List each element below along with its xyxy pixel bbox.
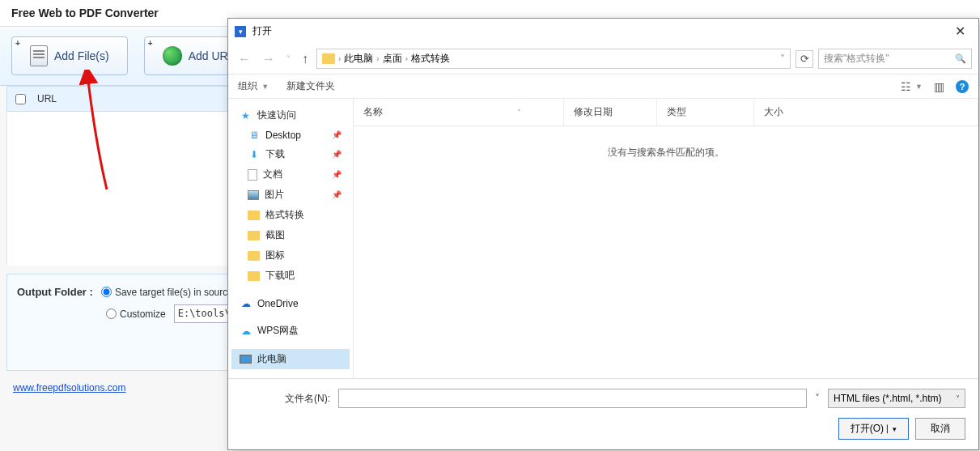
plus-icon: + <box>15 39 20 48</box>
sort-asc-icon: ˄ <box>517 108 521 117</box>
nav-downloads[interactable]: ⬇下载📌 <box>231 144 350 164</box>
chevron-right-icon: › <box>338 54 341 63</box>
nav-folder-jietu[interactable]: 截图 <box>231 225 350 245</box>
nav-forward-icon[interactable]: → <box>259 52 278 66</box>
dialog-navbar: ← → ˅ ↑ › 此电脑 › 桌面 › 格式转换 ˅ ⟳ 搜索"格式转换" <box>228 44 978 74</box>
document-icon <box>248 169 257 181</box>
folder-icon <box>248 211 260 220</box>
view-options-button[interactable]: ☷ ▼ <box>901 80 923 93</box>
refresh-icon[interactable]: ⟳ <box>795 50 813 68</box>
nav-onedrive[interactable]: ☁OneDrive <box>231 294 350 313</box>
picture-icon <box>248 190 259 200</box>
nav-up-icon[interactable]: ↑ <box>299 52 312 66</box>
pin-icon: 📌 <box>332 190 342 199</box>
dialog-footer: 文件名(N): ˅ HTML files (*.html, *.htm) ˅ 打… <box>228 378 978 449</box>
folder-icon <box>248 231 260 240</box>
plus-icon: + <box>148 39 153 48</box>
cancel-button[interactable]: 取消 <box>915 418 965 440</box>
pin-icon: 📌 <box>332 170 342 179</box>
folder-icon <box>248 251 260 261</box>
dialog-titlebar: ▾ 打开 ✕ <box>228 19 978 44</box>
filter-label: HTML files (*.html, *.htm) <box>834 393 942 404</box>
website-link[interactable]: www.freepdfsolutions.com <box>13 382 125 394</box>
select-all-checkbox[interactable] <box>15 94 26 104</box>
file-open-dialog: ▾ 打开 ✕ ← → ˅ ↑ › 此电脑 › 桌面 › 格式转换 ˅ ⟳ 搜索"… <box>227 18 979 450</box>
document-icon <box>30 45 48 66</box>
help-icon[interactable]: ? <box>956 80 969 93</box>
filename-label: 文件名(N): <box>241 392 330 406</box>
chevron-right-icon: › <box>405 54 408 63</box>
open-button[interactable]: 打开(O) ▏▾ <box>838 418 909 440</box>
chevron-down-icon: ˅ <box>956 394 960 403</box>
download-icon: ⬇ <box>248 148 260 160</box>
nav-desktop[interactable]: 🖥Desktop📌 <box>231 126 350 144</box>
nav-documents[interactable]: 文档📌 <box>231 164 350 185</box>
nav-quick-access[interactable]: ★快速访问 <box>231 105 350 126</box>
chevron-down-icon[interactable]: ˅ <box>815 393 820 404</box>
nav-tree: ★快速访问 🖥Desktop📌 ⬇下载📌 文档📌 图片📌 格式转换 截图 图标 … <box>228 99 354 378</box>
breadcrumb-seg[interactable]: 此电脑 <box>344 52 373 66</box>
nav-wps[interactable]: ☁WPS网盘 <box>231 321 350 341</box>
add-files-button[interactable]: + Add File(s) <box>11 36 128 75</box>
nav-back-icon[interactable]: ← <box>235 52 254 66</box>
chevron-right-icon: › <box>376 54 379 63</box>
customize-radio[interactable]: Customize <box>106 308 166 320</box>
nav-folder-tubiao[interactable]: 图标 <box>231 245 350 266</box>
chevron-down-icon: ▼ <box>261 83 269 91</box>
breadcrumb-seg[interactable]: 桌面 <box>383 52 402 66</box>
monitor-icon <box>240 355 252 364</box>
add-files-label: Add File(s) <box>54 49 109 62</box>
nav-this-pc[interactable]: 此电脑 <box>231 349 350 369</box>
dialog-title: 打开 <box>252 24 272 38</box>
col-size[interactable]: 大小 <box>754 99 978 126</box>
breadcrumb[interactable]: › 此电脑 › 桌面 › 格式转换 ˅ <box>316 49 791 69</box>
search-input[interactable]: 搜索"格式转换" <box>818 49 972 69</box>
folder-icon <box>248 271 260 281</box>
nav-recent-icon[interactable]: ˅ <box>283 54 294 63</box>
chevron-down-icon[interactable]: ˅ <box>780 53 785 65</box>
new-folder-button[interactable]: 新建文件夹 <box>286 79 335 93</box>
globe-icon <box>163 46 182 66</box>
star-icon: ★ <box>240 109 252 121</box>
file-type-filter[interactable]: HTML files (*.html, *.htm) ˅ <box>828 389 965 408</box>
desktop-icon: 🖥 <box>248 129 260 141</box>
nav-folder-xiazaiba[interactable]: 下载吧 <box>231 266 350 286</box>
close-icon[interactable]: ✕ <box>948 23 972 39</box>
organize-button[interactable]: 组织 ▼ <box>238 79 269 93</box>
pin-icon: 📌 <box>332 150 342 159</box>
chevron-down-icon: ▏▾ <box>887 425 897 433</box>
breadcrumb-seg[interactable]: 格式转换 <box>411 52 450 66</box>
col-modified[interactable]: 修改日期 <box>564 99 657 126</box>
nav-pictures[interactable]: 图片📌 <box>231 185 350 205</box>
cloud-icon: ☁ <box>240 297 252 309</box>
folder-icon <box>322 53 335 64</box>
preview-pane-button[interactable]: ▥ <box>934 80 944 93</box>
dialog-toolbar: 组织 ▼ 新建文件夹 ☷ ▼ ▥ ? <box>228 74 978 99</box>
col-type[interactable]: 类型 <box>657 99 754 126</box>
col-name[interactable]: 名称˄ <box>354 99 564 126</box>
pin-icon: 📌 <box>332 130 342 139</box>
output-folder-label: Output Folder : <box>17 286 93 298</box>
empty-message: 没有与搜索条件匹配的项。 <box>354 126 978 378</box>
file-list-pane: 名称˄ 修改日期 类型 大小 没有与搜索条件匹配的项。 <box>354 99 978 378</box>
file-columns-header: 名称˄ 修改日期 类型 大小 <box>354 99 978 126</box>
col-url-label: URL <box>37 93 57 104</box>
search-placeholder: 搜索"格式转换" <box>824 52 889 66</box>
cloud-icon: ☁ <box>240 325 252 337</box>
dialog-app-icon: ▾ <box>235 26 246 37</box>
filename-input[interactable] <box>338 389 807 408</box>
nav-folder-geshizhuanhuan[interactable]: 格式转换 <box>231 205 350 225</box>
